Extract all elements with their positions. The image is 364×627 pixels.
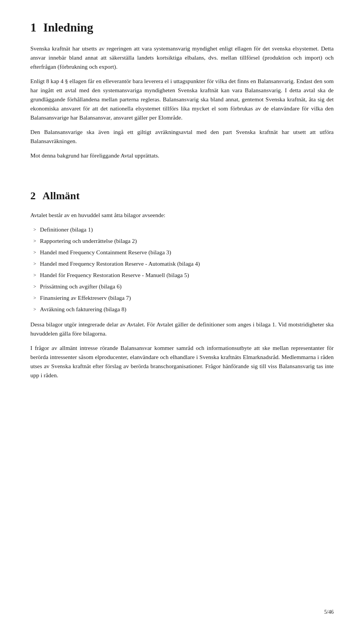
list-item: >Prissättning och avgifter (bilaga 6) — [30, 282, 334, 291]
section-2-para-after-1: Dessa bilagor utgör integrerade delar av… — [30, 320, 334, 338]
chevron-icon: > — [33, 226, 36, 233]
list-item: >Handel med Frequency Restoration Reserv… — [30, 259, 334, 268]
chevron-icon: > — [33, 271, 36, 279]
section-1-para-2: Enligt 8 kap 4 § ellagen får en ellevera… — [30, 77, 334, 122]
section-1-para-1: Svenska kraftnät har utsetts av regering… — [30, 44, 334, 71]
section-2: 2 Allmänt Avtalet består av en huvuddel … — [30, 187, 334, 380]
section-1-para-3: Den Balansansvarige ska även ingå ett gi… — [30, 128, 334, 146]
chevron-icon: > — [33, 283, 36, 290]
section-2-title: Allmänt — [42, 187, 80, 204]
page-number: 5/46 — [324, 609, 334, 615]
page-container: 1 Inledning Svenska kraftnät har utsetts… — [0, 0, 364, 422]
page-footer: 5/46 — [324, 608, 334, 616]
bilagor-list: >Definitioner (bilaga 1)>Rapportering oc… — [30, 225, 334, 314]
list-item-text: Rapportering och underrättelse (bilaga 2… — [40, 236, 137, 246]
list-item: >Handel med Frequency Containment Reserv… — [30, 248, 334, 257]
section-2-heading: 2 Allmänt — [30, 187, 334, 204]
list-item: >Avräkning och fakturering (bilaga 8) — [30, 305, 334, 314]
list-item: >Finansiering av Effektreserv (bilaga 7) — [30, 293, 334, 302]
list-item-text: Handel med Frequency Restoration Reserve… — [40, 259, 200, 268]
section-1: 1 Inledning Svenska kraftnät har utsetts… — [30, 18, 334, 160]
section-1-para-4: Mot denna bakgrund har föreliggande Avta… — [30, 151, 334, 160]
chevron-icon: > — [33, 249, 36, 256]
section-2-number: 2 — [30, 187, 36, 204]
section-1-number: 1 — [30, 18, 36, 37]
list-item-text: Finansiering av Effektreserv (bilaga 7) — [40, 293, 131, 302]
list-item-text: Handel med Frequency Containment Reserve… — [40, 248, 171, 257]
list-item-text: Prissättning och avgifter (bilaga 6) — [40, 282, 121, 291]
section-1-heading: 1 Inledning — [30, 18, 334, 37]
section-2-intro: Avtalet består av en huvuddel samt åtta … — [30, 211, 334, 220]
chevron-icon: > — [33, 306, 36, 313]
list-item: >Rapportering och underrättelse (bilaga … — [30, 236, 334, 246]
list-item-text: Avräkning och fakturering (bilaga 8) — [40, 305, 126, 314]
list-item: >Handel för Frequency Restoration Reserv… — [30, 271, 334, 280]
list-item: >Definitioner (bilaga 1) — [30, 225, 334, 234]
section-2-para-after-2: I frågor av allmänt intresse rörande Bal… — [30, 343, 334, 380]
chevron-icon: > — [33, 260, 36, 268]
list-item-text: Handel för Frequency Restoration Reserve… — [40, 271, 189, 280]
chevron-icon: > — [33, 294, 36, 302]
list-item-text: Definitioner (bilaga 1) — [40, 225, 93, 234]
section-1-title: Inledning — [43, 18, 93, 37]
chevron-icon: > — [33, 237, 36, 245]
